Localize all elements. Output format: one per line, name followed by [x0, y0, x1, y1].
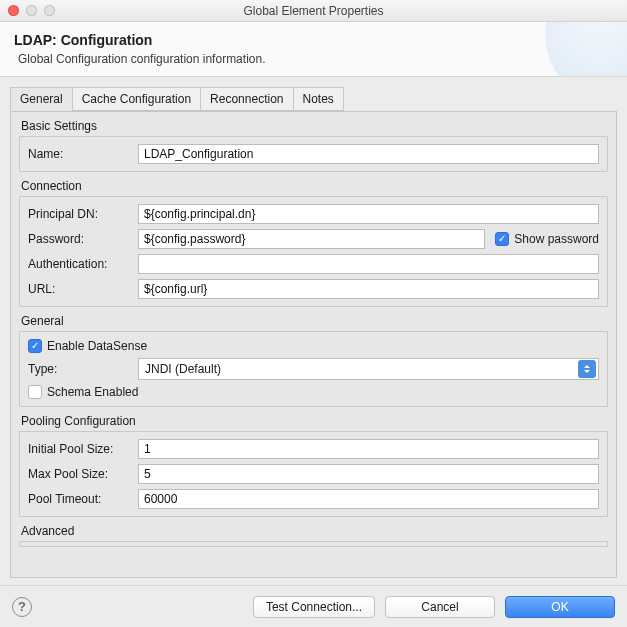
cancel-button[interactable]: Cancel — [385, 596, 495, 618]
tab-general[interactable]: General — [10, 87, 73, 111]
group-connection: Connection Principal DN: Password: ✓ Sho… — [19, 179, 608, 307]
tab-bar: General Cache Configuration Reconnection… — [10, 87, 617, 112]
tab-cache-configuration[interactable]: Cache Configuration — [72, 87, 201, 111]
checkbox-icon — [28, 385, 42, 399]
principal-dn-field[interactable] — [138, 204, 599, 224]
show-password-label: Show password — [514, 232, 599, 246]
page-title: LDAP: Configuration — [14, 32, 613, 48]
principal-dn-label: Principal DN: — [28, 207, 134, 221]
header-decoration — [545, 22, 627, 77]
group-label-basic: Basic Settings — [19, 119, 608, 133]
show-password-checkbox[interactable]: ✓ Show password — [495, 232, 599, 246]
page-subtitle: Global Configuration configuration infor… — [18, 52, 613, 66]
dialog-footer: ? Test Connection... Cancel OK — [0, 585, 627, 627]
tab-notes[interactable]: Notes — [293, 87, 344, 111]
initial-pool-size-field[interactable] — [138, 439, 599, 459]
zoom-icon — [44, 5, 55, 16]
pool-timeout-label: Pool Timeout: — [28, 492, 134, 506]
checkbox-icon: ✓ — [28, 339, 42, 353]
initial-pool-size-label: Initial Pool Size: — [28, 442, 134, 456]
authentication-field[interactable] — [138, 254, 599, 274]
group-body-connection: Principal DN: Password: ✓ Show password … — [19, 196, 608, 307]
group-pooling-configuration: Pooling Configuration Initial Pool Size:… — [19, 414, 608, 517]
enable-datasense-checkbox[interactable]: ✓ Enable DataSense — [28, 339, 147, 353]
enable-datasense-label: Enable DataSense — [47, 339, 147, 353]
ok-button[interactable]: OK — [505, 596, 615, 618]
titlebar: Global Element Properties — [0, 0, 627, 22]
url-field[interactable] — [138, 279, 599, 299]
max-pool-size-field[interactable] — [138, 464, 599, 484]
content-area: General Cache Configuration Reconnection… — [0, 77, 627, 578]
group-label-advanced: Advanced — [19, 524, 608, 538]
group-label-connection: Connection — [19, 179, 608, 193]
dialog-header: LDAP: Configuration Global Configuration… — [0, 22, 627, 77]
url-label: URL: — [28, 282, 134, 296]
type-label: Type: — [28, 362, 134, 376]
help-icon[interactable]: ? — [12, 597, 32, 617]
schema-enabled-label: Schema Enabled — [47, 385, 138, 399]
group-advanced: Advanced — [19, 524, 608, 547]
group-general: General ✓ Enable DataSense Type: JNDI (D… — [19, 314, 608, 407]
type-select-value: JNDI (Default) — [145, 362, 221, 376]
checkbox-icon: ✓ — [495, 232, 509, 246]
max-pool-size-label: Max Pool Size: — [28, 467, 134, 481]
group-basic-settings: Basic Settings Name: — [19, 119, 608, 172]
schema-enabled-checkbox[interactable]: Schema Enabled — [28, 385, 138, 399]
password-field[interactable] — [138, 229, 485, 249]
name-field[interactable] — [138, 144, 599, 164]
group-label-pooling: Pooling Configuration — [19, 414, 608, 428]
group-label-general: General — [19, 314, 608, 328]
authentication-label: Authentication: — [28, 257, 134, 271]
group-body-basic: Name: — [19, 136, 608, 172]
window-title: Global Element Properties — [243, 4, 383, 18]
tab-reconnection[interactable]: Reconnection — [200, 87, 293, 111]
test-connection-button[interactable]: Test Connection... — [253, 596, 375, 618]
minimize-icon — [26, 5, 37, 16]
password-label: Password: — [28, 232, 134, 246]
chevron-updown-icon — [578, 360, 596, 378]
close-icon[interactable] — [8, 5, 19, 16]
group-body-pooling: Initial Pool Size: Max Pool Size: Pool T… — [19, 431, 608, 517]
group-body-general: ✓ Enable DataSense Type: JNDI (Default) — [19, 331, 608, 407]
name-label: Name: — [28, 147, 134, 161]
type-select[interactable]: JNDI (Default) — [138, 358, 599, 380]
group-body-advanced — [19, 541, 608, 547]
tab-panel-general: Basic Settings Name: Connection Principa… — [10, 111, 617, 578]
pool-timeout-field[interactable] — [138, 489, 599, 509]
window-controls — [8, 5, 55, 16]
